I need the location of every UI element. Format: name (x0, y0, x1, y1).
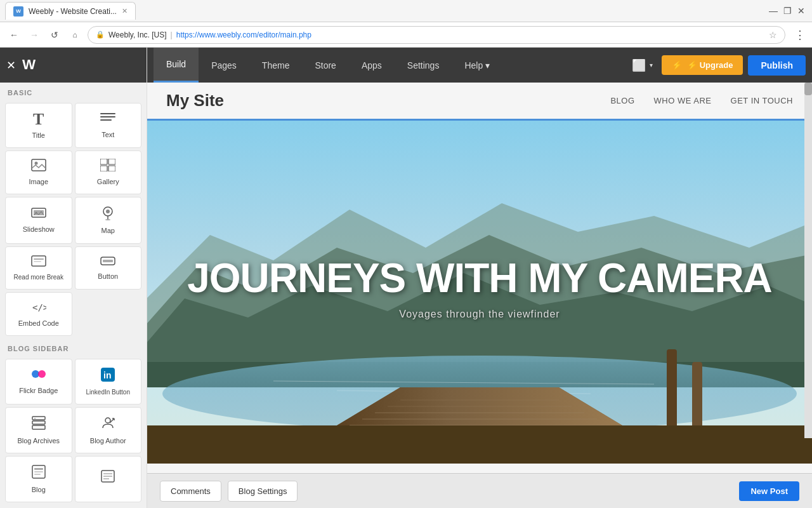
scrollbar[interactable] (804, 83, 812, 438)
sidebar-item-image[interactable]: Image (5, 150, 72, 194)
svg-text:W: W (22, 56, 36, 72)
tab-close-icon[interactable]: ✕ (122, 7, 128, 15)
nav-store[interactable]: Store (302, 48, 348, 83)
preview-button[interactable]: ⬜ ▾ (623, 48, 662, 83)
restore-icon[interactable]: ❐ (782, 5, 793, 17)
comments-button[interactable]: Comments (160, 481, 221, 502)
hero-title[interactable]: JOURNEYS WITH MY CAMERA (180, 258, 778, 298)
tab-title: Weebly - Website Creati... (29, 7, 117, 16)
site-title[interactable]: My Site (166, 91, 224, 110)
sidebar-item-slideshow-label: Slideshow (23, 225, 55, 234)
sidebar-item-title[interactable]: T Title (5, 103, 72, 148)
sidebar-item-linkedin-button[interactable]: in LinkedIn Button (75, 359, 142, 404)
blog-settings-button[interactable]: Blog Settings (228, 481, 298, 502)
upgrade-button[interactable]: ⚡ ⚡ Upgrade (662, 55, 743, 75)
site-nav-contact[interactable]: GET IN TOUCH (731, 96, 793, 105)
nav-theme[interactable]: Theme (249, 48, 303, 83)
sidebar-close-button[interactable]: ✕ (6, 58, 16, 72)
sidebar-item-flickr-badge[interactable]: Flickr Badge (5, 359, 72, 404)
site-nav-who[interactable]: WHO WE ARE (654, 96, 712, 105)
svg-text:</>: </> (32, 302, 46, 312)
sidebar-item-text[interactable]: Text (75, 103, 142, 148)
sidebar: ✕ W BASIC T Title (0, 48, 147, 508)
right-panel: Build Pages Theme Store Apps Settings He… (147, 48, 812, 508)
svg-rect-29 (32, 425, 45, 429)
browser-tab[interactable]: W Weebly - Website Creati... ✕ (5, 2, 136, 20)
sidebar-item-flickr-label: Flickr Badge (19, 387, 58, 395)
tab-favicon: W (13, 6, 23, 17)
sidebar-item-map[interactable]: Map (75, 197, 142, 243)
blog-sidebar-section-label: BLOG SIDEBAR (0, 338, 147, 356)
sidebar-item-embed-code-label: Embed Code (18, 319, 59, 328)
top-navigation: Build Pages Theme Store Apps Settings He… (147, 48, 812, 83)
site-header: My Site BLOG WHO WE ARE GET IN TOUCH (147, 83, 812, 121)
hero-text: JOURNEYS WITH MY CAMERA Voyages through … (180, 258, 778, 320)
svg-rect-28 (32, 421, 45, 424)
svg-rect-19 (34, 261, 41, 262)
basic-section-label: BASIC (0, 83, 147, 100)
sidebar-item-blog-author[interactable]: Blog Author (75, 407, 142, 453)
browser-menu-icon[interactable]: ⋮ (794, 28, 806, 42)
publish-button[interactable]: Publish (748, 55, 806, 76)
reload-button[interactable]: ↺ (47, 27, 62, 43)
hero-section[interactable]: JOURNEYS WITH MY CAMERA Voyages through … (147, 121, 812, 464)
address-field[interactable]: 🔒 Weebly, Inc. [US] | https://www.weebly… (88, 26, 785, 44)
svg-point-24 (38, 370, 46, 378)
svg-text:in: in (103, 370, 111, 380)
svg-rect-38 (34, 474, 41, 475)
sidebar-item-slideshow[interactable]: Slideshow (5, 197, 72, 243)
svg-rect-7 (108, 159, 115, 164)
embed-code-icon: </> (31, 300, 46, 316)
sidebar-item-blog-label: Blog (32, 486, 46, 494)
browser-title-bar: W Weebly - Website Creati... ✕ — ❐ ✕ (0, 0, 812, 22)
sidebar-item-read-more[interactable]: Read more Break (5, 246, 72, 290)
minimize-icon[interactable]: — (768, 5, 779, 17)
nav-pages[interactable]: Pages (199, 48, 249, 83)
button-icon (100, 255, 115, 269)
map-icon (100, 205, 115, 223)
new-post-button[interactable]: New Post (739, 481, 799, 501)
site-navigation: BLOG WHO WE ARE GET IN TOUCH (610, 96, 793, 105)
sidebar-item-blog-archives-label: Blog Archives (17, 437, 60, 445)
site-nav-blog[interactable]: BLOG (610, 96, 634, 105)
home-button[interactable]: ⌂ (67, 27, 82, 43)
svg-point-14 (106, 210, 110, 213)
nav-build[interactable]: Build (154, 48, 199, 83)
image-icon (31, 159, 46, 174)
upgrade-label: ⚡ Upgrade (687, 60, 733, 70)
bottom-bar: Comments Blog Settings New Post (147, 473, 812, 508)
back-button[interactable]: ← (6, 27, 22, 43)
svg-rect-2 (100, 116, 115, 117)
read-more-icon (31, 255, 46, 270)
sidebar-item-title-label: Title (32, 131, 45, 140)
address-separator: | (171, 30, 173, 39)
sidebar-item-list[interactable] (75, 456, 142, 502)
nav-help[interactable]: Help ▾ (452, 48, 502, 83)
forward-button[interactable]: → (27, 27, 42, 43)
basic-section-grid: T Title Text (0, 100, 147, 338)
nav-settings[interactable]: Settings (395, 48, 452, 83)
scrollbar-thumb[interactable] (804, 83, 812, 95)
sidebar-item-blog-archives[interactable]: Blog Archives (5, 407, 72, 453)
upgrade-lightning-icon: ⚡ (672, 60, 682, 70)
close-browser-icon[interactable]: ✕ (796, 5, 807, 17)
sidebar-item-gallery[interactable]: Gallery (75, 150, 142, 194)
sidebar-item-linkedin-label: LinkedIn Button (86, 389, 131, 396)
bookmark-icon[interactable]: ☆ (769, 30, 777, 40)
sidebar-item-button[interactable]: Button (75, 246, 142, 290)
slideshow-icon (31, 206, 46, 222)
browser-address-bar: ← → ↺ ⌂ 🔒 Weebly, Inc. [US] | https://ww… (0, 22, 812, 48)
svg-rect-60 (147, 425, 812, 464)
sidebar-item-blog[interactable]: Blog (5, 456, 72, 502)
svg-rect-6 (100, 159, 107, 164)
preview-icon-arrow: ▾ (650, 62, 653, 69)
sidebar-item-map-label: Map (102, 227, 115, 235)
sidebar-item-embed-code[interactable]: </> Embed Code (5, 292, 72, 336)
svg-rect-36 (34, 468, 43, 470)
svg-rect-8 (100, 166, 107, 171)
svg-rect-18 (34, 258, 44, 260)
address-url: https://www.weebly.com/editor/main.php (176, 30, 311, 39)
browser-window-controls: — ❐ ✕ (768, 5, 807, 17)
blog-author-icon (100, 415, 115, 433)
nav-apps[interactable]: Apps (349, 48, 395, 83)
